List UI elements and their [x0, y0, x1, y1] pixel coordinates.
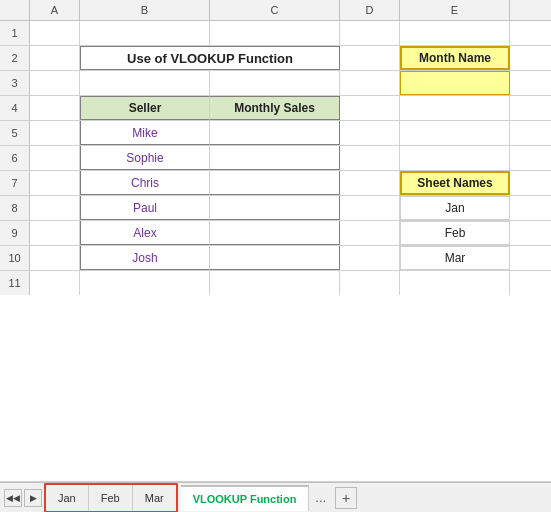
cell-b1[interactable]: [80, 21, 210, 45]
cell-d4[interactable]: [340, 96, 400, 120]
cell-a2[interactable]: [30, 46, 80, 70]
table-row: 6 Sophie: [0, 146, 551, 171]
cell-a10[interactable]: [30, 246, 80, 270]
col-header-b[interactable]: B: [80, 0, 210, 20]
cell-e1[interactable]: [400, 21, 510, 45]
sheet-tab-jan[interactable]: Jan: [46, 485, 89, 511]
table-row: 5 Mike: [0, 121, 551, 146]
cell-e4[interactable]: [400, 96, 510, 120]
cell-e11[interactable]: [400, 271, 510, 295]
row-num-4: 4: [0, 96, 30, 120]
col-header-a[interactable]: A: [30, 0, 80, 20]
cell-a11[interactable]: [30, 271, 80, 295]
cell-c7[interactable]: [210, 171, 340, 195]
cell-d11[interactable]: [340, 271, 400, 295]
cell-b11[interactable]: [80, 271, 210, 295]
cell-d1[interactable]: [340, 21, 400, 45]
month-name-cell[interactable]: Month Name: [400, 46, 510, 70]
cell-d9[interactable]: [340, 221, 400, 245]
cell-c9[interactable]: [210, 221, 340, 245]
table-row: 2 Use of VLOOKUP Function Month Name: [0, 46, 551, 71]
cell-b4-seller-header[interactable]: Seller: [80, 96, 210, 120]
table-row: 4 Seller Monthly Sales: [0, 96, 551, 121]
title-cell[interactable]: Use of VLOOKUP Function: [80, 46, 340, 70]
spreadsheet: A B C D E 1 2 Use of VLOOKUP Funct: [0, 0, 551, 482]
cell-c10[interactable]: [210, 246, 340, 270]
cell-d2[interactable]: [340, 46, 400, 70]
add-sheet-button[interactable]: +: [335, 487, 357, 509]
cell-b9-alex[interactable]: Alex: [80, 221, 210, 245]
table-row: 1: [0, 21, 551, 46]
tab-group-months: Jan Feb Mar: [44, 483, 178, 513]
sheet-names-cell[interactable]: Sheet Names: [400, 171, 510, 195]
col-header-e[interactable]: E: [400, 0, 510, 20]
cell-c8[interactable]: [210, 196, 340, 220]
cell-c6[interactable]: [210, 146, 340, 170]
tab-overflow-dots[interactable]: ...: [309, 490, 332, 505]
cell-a1[interactable]: [30, 21, 80, 45]
cell-a8[interactable]: [30, 196, 80, 220]
row-num-8: 8: [0, 196, 30, 220]
cell-b5-mike[interactable]: Mike: [80, 121, 210, 145]
cell-a6[interactable]: [30, 146, 80, 170]
sheet-tab-vlookup[interactable]: VLOOKUP Function: [181, 485, 310, 511]
cell-a3[interactable]: [30, 71, 80, 95]
tab-bar: ◀◀ ▶ Jan Feb Mar VLOOKUP Function ... +: [0, 482, 551, 512]
cell-a5[interactable]: [30, 121, 80, 145]
tab-nav-prev[interactable]: ▶: [24, 489, 42, 507]
row-num-11: 11: [0, 271, 30, 295]
table-row: 9 Alex Feb: [0, 221, 551, 246]
col-header-c[interactable]: C: [210, 0, 340, 20]
grid-wrapper: A B C D E 1 2 Use of VLOOKUP Funct: [0, 0, 551, 482]
cell-a7[interactable]: [30, 171, 80, 195]
row-num-10: 10: [0, 246, 30, 270]
cell-e9-feb[interactable]: Feb: [400, 221, 510, 245]
col-headers-row: A B C D E: [0, 0, 551, 21]
row-num-2: 2: [0, 46, 30, 70]
cell-e3[interactable]: [400, 71, 510, 95]
cell-b8-paul[interactable]: Paul: [80, 196, 210, 220]
table-row: 8 Paul Jan: [0, 196, 551, 221]
cell-a9[interactable]: [30, 221, 80, 245]
corner-cell: [0, 0, 30, 20]
cell-c1[interactable]: [210, 21, 340, 45]
table-row: 7 Chris Sheet Names: [0, 171, 551, 196]
cell-d8[interactable]: [340, 196, 400, 220]
cell-a4[interactable]: [30, 96, 80, 120]
row-num-3: 3: [0, 71, 30, 95]
row-num-1: 1: [0, 21, 30, 45]
cell-b3[interactable]: [80, 71, 210, 95]
table-row: 11: [0, 271, 551, 482]
cell-e6[interactable]: [400, 146, 510, 170]
cell-d3[interactable]: [340, 71, 400, 95]
cell-d7[interactable]: [340, 171, 400, 195]
row-num-5: 5: [0, 121, 30, 145]
row-num-7: 7: [0, 171, 30, 195]
cell-e10-mar[interactable]: Mar: [400, 246, 510, 270]
row-num-9: 9: [0, 221, 30, 245]
cell-d5[interactable]: [340, 121, 400, 145]
tab-nav-first[interactable]: ◀◀: [4, 489, 22, 507]
cell-b6-sophie[interactable]: Sophie: [80, 146, 210, 170]
sheet-tab-mar[interactable]: Mar: [133, 485, 176, 511]
table-row: 10 Josh Mar: [0, 246, 551, 271]
cell-d6[interactable]: [340, 146, 400, 170]
cell-c5[interactable]: [210, 121, 340, 145]
cell-e8-jan[interactable]: Jan: [400, 196, 510, 220]
cell-c4-sales-header[interactable]: Monthly Sales: [210, 96, 340, 120]
row-num-6: 6: [0, 146, 30, 170]
grid-body: 1 2 Use of VLOOKUP Function Month Name: [0, 21, 551, 482]
cell-e5[interactable]: [400, 121, 510, 145]
cell-c11[interactable]: [210, 271, 340, 295]
sheet-tab-feb[interactable]: Feb: [89, 485, 133, 511]
cell-b7-chris[interactable]: Chris: [80, 171, 210, 195]
col-header-d[interactable]: D: [340, 0, 400, 20]
cell-b10-josh[interactable]: Josh: [80, 246, 210, 270]
cell-c3[interactable]: [210, 71, 340, 95]
table-row: 3: [0, 71, 551, 96]
cell-d10[interactable]: [340, 246, 400, 270]
